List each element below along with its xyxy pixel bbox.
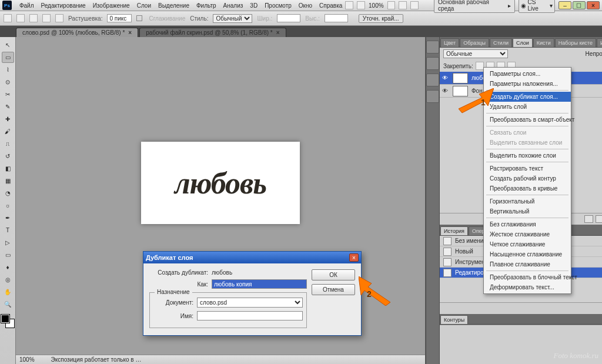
ctx-item[interactable]: Горизонтальный [484,196,571,206]
menu-файл[interactable]: Файл [16,1,37,10]
collapsed-panel-icon[interactable] [426,41,439,54]
quickselect-tool[interactable]: ⊙ [2,76,14,88]
ctx-item[interactable]: Без сглаживания [484,219,571,229]
menu-выделение[interactable]: Выделение [155,1,192,10]
ctx-item[interactable]: Удалить слой [484,102,571,112]
as-name-input[interactable] [212,279,307,289]
ctx-item[interactable]: Выделить похожие слои [484,151,571,161]
document-tab[interactable]: рабочий файл скрин.psd @ 50,8% (1, RGB/8… [139,28,286,37]
crop-tool[interactable]: ✂ [2,89,14,100]
ctx-item[interactable]: Параметры слоя... [484,69,571,79]
ctx-item[interactable]: Преобразовать в смарт-объект [484,115,571,125]
gradient-tool[interactable]: ▦ [2,175,14,186]
healing-tool[interactable]: ✚ [2,113,14,125]
menu-справка[interactable]: Справка [316,1,345,10]
close-tab-icon[interactable]: × [128,29,132,36]
marquee-mode-add[interactable] [29,14,38,22]
ctx-item[interactable]: Четкое сглаживание [484,239,571,249]
zoom-status[interactable]: 100% [19,356,35,363]
panel-tab[interactable]: Кисти [533,38,554,47]
blend-mode-select[interactable]: Обычные [443,49,508,58]
panel-tab[interactable]: Слои [513,38,533,47]
ctx-item[interactable]: Жесткое сглаживание [484,229,571,239]
zoom-tool[interactable]: 🔍 [2,299,14,310]
ctx-item[interactable]: Деформировать текст... [484,282,571,292]
menu-фильтр[interactable]: Фильтр [193,1,219,10]
move-tool[interactable]: ↖ [2,39,14,51]
ctx-item[interactable]: Преобразовать в кривые [484,183,571,193]
panel-tab[interactable]: Цвет [440,38,459,47]
collapsed-panel-icon[interactable] [426,57,439,70]
panel-tab[interactable]: Источник кло [597,38,602,47]
stamp-tool[interactable]: ⎍ [2,138,14,149]
antialias-checkbox[interactable] [136,15,142,21]
ctx-item[interactable]: Насыщенное сглаживание [484,249,571,259]
tab-paths[interactable]: Контуры [440,315,468,324]
history-brush-tool[interactable]: ↺ [2,151,14,162]
lasso-tool[interactable]: ⌇ [2,64,14,75]
panel-tab[interactable]: Наборы кисте [555,38,596,47]
dialog-close[interactable]: × [349,253,359,262]
link-layers-icon[interactable] [584,215,593,223]
path-select-tool[interactable]: ▷ [2,237,14,248]
launch-minibridge-icon[interactable] [357,1,365,9]
marquee-mode-sub[interactable] [42,14,51,22]
window-maximize[interactable]: ☐ [573,1,586,9]
menu-окно[interactable]: Окно [296,1,315,10]
feather-input[interactable] [107,14,132,22]
zoom-display[interactable]: 100% [369,2,384,9]
menu-редактирование[interactable]: Редактирование [38,1,88,10]
type-tool[interactable]: T [2,225,14,236]
dodge-tool[interactable]: ☼ [2,200,14,211]
color-swatches[interactable] [1,315,14,328]
ctx-item[interactable]: Создать дубликат слоя... [484,92,571,102]
ctx-item[interactable]: Параметры наложения... [484,79,571,89]
hand-tool[interactable]: ✋ [2,286,14,298]
menu-анализ[interactable]: Анализ [220,1,246,10]
marquee-mode-new[interactable] [16,14,25,22]
collapsed-panel-icon[interactable] [426,90,439,103]
window-close[interactable]: × [587,1,600,9]
menu-3d[interactable]: 3D [247,1,260,10]
window-minimize[interactable]: – [558,1,571,9]
fg-color[interactable] [1,315,9,323]
collapsed-panel-icon[interactable] [426,74,439,86]
tool-preset-icon[interactable] [4,14,12,22]
menu-изображение[interactable]: Изображение [90,1,133,10]
layer-style-icon[interactable] [596,215,602,223]
dest-doc-select[interactable]: слово.psd [197,298,303,308]
ctx-item[interactable]: Растрировать текст [484,163,571,173]
ctx-item[interactable]: Вертикальный [484,206,571,216]
marquee-tool[interactable]: ▭ [2,52,14,63]
history-tab[interactable]: История [440,226,468,235]
document-tab[interactable]: слово.psd @ 100% (любовь, RGB/8) *× [16,28,138,37]
cancel-button[interactable]: Отмена [312,284,355,295]
pen-tool[interactable]: ✒ [2,212,14,223]
ctx-item[interactable]: Создать рабочий контур [484,173,571,183]
view-extras-icon[interactable] [387,1,396,9]
cslive-button[interactable]: ◉ CS Live ▾ [519,0,555,13]
menu-слои[interactable]: Слои [134,1,154,10]
ok-button[interactable]: ОК [312,269,355,280]
ctx-item[interactable]: Плавное сглаживание [484,259,571,269]
visibility-icon[interactable]: 👁 [440,88,450,94]
ctx-item[interactable]: Преобразовать в блочный текст [484,272,571,282]
dialog-titlebar[interactable]: Дубликат слоя × [143,252,361,263]
panel-tab[interactable]: Образцы [460,38,489,47]
shape-tool[interactable]: ▭ [2,249,14,261]
layer-thumb[interactable]: T [453,73,468,84]
arrange-docs-icon[interactable] [399,1,407,9]
eraser-tool[interactable]: ◧ [2,163,14,174]
menu-просмотр[interactable]: Просмотр [262,1,295,10]
launch-bridge-icon[interactable] [345,1,353,9]
blur-tool[interactable]: ◔ [2,188,14,199]
document-canvas[interactable]: любовь [141,142,300,224]
3d-camera-tool[interactable]: ◎ [2,274,14,285]
panel-tab[interactable]: Стили [490,38,512,47]
3d-tool[interactable]: ♦ [2,262,14,273]
close-tab-icon[interactable]: × [276,29,280,36]
brush-tool[interactable]: 🖌 [2,126,14,137]
refine-edge-button[interactable]: Уточн. край... [359,14,403,23]
screen-mode-icon[interactable] [410,1,419,9]
workspace-switcher[interactable]: Основная рабочая среда▸ [434,0,515,13]
